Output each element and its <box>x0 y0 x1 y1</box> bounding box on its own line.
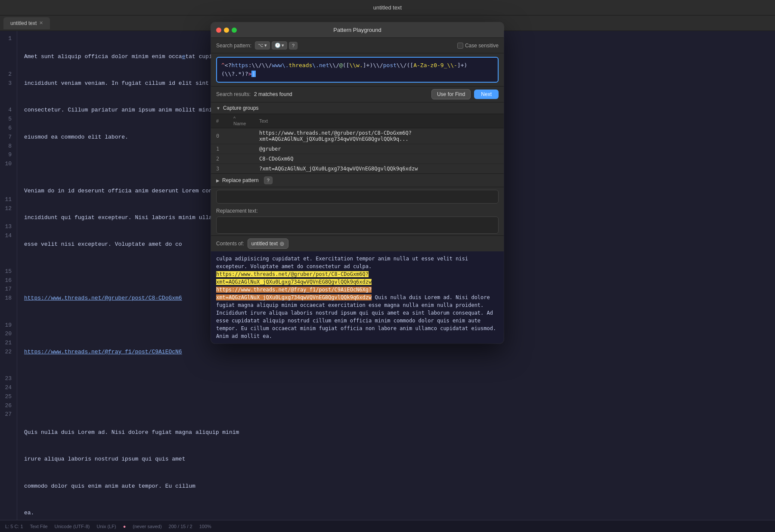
chevron-down-icon2: ▾ <box>282 43 284 48</box>
question-icon: ? <box>292 43 294 48</box>
capture-table: # ^ Name Text 0 https://www.threads.net/… <box>211 114 504 173</box>
save-status: (never saved) <box>133 524 161 529</box>
tab-close-icon[interactable]: ✕ <box>39 20 43 26</box>
match-2-highlight: https://www.threads.net/@fray_f1/post/C9… <box>216 287 372 300</box>
editor-line <box>24 402 768 411</box>
capture-row-1: 1 @gruber <box>211 144 504 154</box>
cursor-position: L: 5 C: 1 <box>5 524 23 529</box>
regex-input[interactable]: ^<?https:\\/\\/www\.threads\.net\\/@([\\… <box>216 57 499 83</box>
zoom-level: 100% <box>199 524 211 529</box>
search-pattern-label: Search pattern: <box>216 43 251 49</box>
col-header-text: Text <box>254 114 504 128</box>
capture-row-0: 0 https://www.threads.net/@gruber/post/C… <box>211 128 504 144</box>
lines-words-chars: 200 / 15 / 2 <box>169 524 192 529</box>
question-icon2: ? <box>267 178 270 183</box>
dropdown-icon: ⊕ <box>279 240 285 247</box>
window-title: untitled text <box>373 4 402 11</box>
capture-groups-header[interactable]: ▼ Capture groups <box>211 102 504 114</box>
capture-text: ?xmt=AQGzAGlNuX_jQXu0Lgxg734qwVQVnEG8Qgv… <box>254 164 504 174</box>
contents-select[interactable]: untitled text ⊕ <box>248 238 288 249</box>
results-row: Search results: 2 matches found Use for … <box>211 86 504 102</box>
replacement-text-label: Replacement text: <box>211 206 504 215</box>
col-header-num: # <box>211 114 228 128</box>
col-header-name: ^ Name <box>228 114 254 128</box>
preview-text-area: culpa adipisicing cupidatat et. Exercita… <box>211 251 504 343</box>
chevron-down-icon: ▾ <box>264 43 267 48</box>
capture-num: 0 <box>211 128 228 144</box>
editor-line: commodo dolor quis enim anim aute tempor… <box>24 482 768 491</box>
results-count: 2 matches found <box>254 91 292 97</box>
replacement-text-area[interactable] <box>216 217 499 234</box>
tab-label: untitled text <box>10 20 37 26</box>
capture-name <box>228 128 254 144</box>
use-for-find-button[interactable]: Use for Find <box>431 89 471 99</box>
line-ending: Unix (LF) <box>96 524 116 529</box>
replace-pattern-label: Replace pattern <box>222 177 259 183</box>
chevron-right-icon: ▶ <box>216 178 220 183</box>
search-controls: ⌥ ▾ 🕐 ▾ ? <box>255 41 298 49</box>
contents-value: untitled text <box>251 241 278 247</box>
contents-label: Contents of: <box>216 241 244 247</box>
match-1-highlight: https://www.threads.net/@gruber/post/C8-… <box>216 271 372 285</box>
case-sensitive-checkbox[interactable] <box>457 43 463 49</box>
close-button[interactable] <box>216 28 221 33</box>
file-type: Text File <box>30 524 48 529</box>
edit-indicator: ● <box>123 524 126 529</box>
title-bar: untitled text <box>0 0 775 15</box>
search-options-button[interactable]: 🕐 ▾ <box>272 41 287 49</box>
search-help-button[interactable]: ? <box>289 42 298 49</box>
playground-title: Pattern Playground <box>333 27 381 33</box>
clock-icon: 🕐 <box>275 43 281 48</box>
capture-text: https://www.threads.net/@gruber/post/C8-… <box>254 128 504 144</box>
status-bar: L: 5 C: 1 Text File Unicode (UTF-8) Unix… <box>0 520 775 532</box>
capture-num: 2 <box>211 154 228 164</box>
replace-pattern-row: ▶ Replace pattern ? <box>211 173 504 187</box>
capture-text: @gruber <box>254 144 504 154</box>
editor-line: Quis nulla duis Lorem ad. Nisi dolore fu… <box>24 428 768 437</box>
case-sensitive-label: Case sensitive <box>465 43 499 49</box>
capture-name <box>228 154 254 164</box>
encoding: Unicode (UTF-8) <box>55 524 90 529</box>
next-button[interactable]: Next <box>474 90 499 99</box>
replace-input[interactable] <box>216 190 499 204</box>
capture-name <box>228 164 254 174</box>
regex-type-button[interactable]: ⌥ ▾ <box>255 41 270 49</box>
search-pattern-row: Search pattern: ⌥ ▾ 🕐 ▾ ? Case sensitive <box>211 38 504 53</box>
capture-num: 3 <box>211 164 228 174</box>
contents-row: Contents of: untitled text ⊕ <box>211 235 504 251</box>
capture-text: C8-CDoGxm6Q <box>254 154 504 164</box>
traffic-lights <box>216 28 237 33</box>
capture-name <box>228 144 254 154</box>
capture-row-3: 3 ?xmt=AQGzAGlNuX_jQXu0Lgxg734qwVQVnEG8Q… <box>211 164 504 174</box>
editor-line: irure aliqua laboris nostrud ipsum qui q… <box>24 455 768 464</box>
regex-icon: ⌥ <box>258 43 264 48</box>
minimize-button[interactable] <box>224 28 229 33</box>
editor-line: https://www.threads.net/@fray_f1/post/C9… <box>24 348 768 357</box>
playground-titlebar: Pattern Playground <box>211 22 504 38</box>
editor-line: ea. <box>24 509 768 518</box>
line-numbers: 1 2 3 4 5 6 7 8 9 10 11 12 13 14 <box>0 31 17 520</box>
capture-groups-label: Capture groups <box>223 105 259 111</box>
case-sensitive-row: Case sensitive <box>457 43 499 49</box>
maximize-button[interactable] <box>232 28 237 33</box>
editor-tab[interactable]: untitled text ✕ <box>3 17 50 29</box>
capture-num: 1 <box>211 144 228 154</box>
editor-line <box>24 374 768 384</box>
results-label: Search results: <box>216 91 251 97</box>
chevron-down-icon: ▼ <box>216 106 220 111</box>
replace-help-button[interactable]: ? <box>264 176 273 184</box>
capture-row-2: 2 C8-CDoGxm6Q <box>211 154 504 164</box>
pattern-playground-panel: Pattern Playground Search pattern: ⌥ ▾ 🕐… <box>211 22 504 343</box>
